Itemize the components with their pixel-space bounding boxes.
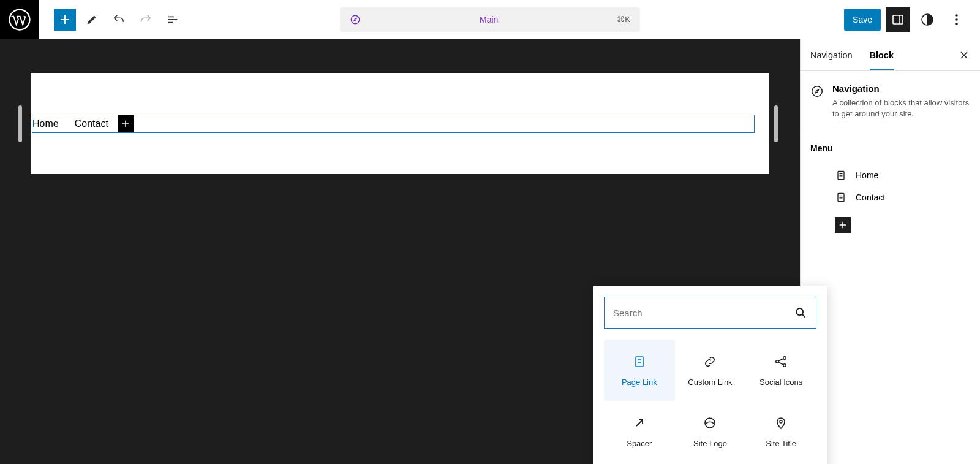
command-palette-button[interactable]: Main ⌘K (340, 7, 640, 32)
nav-add-block-button[interactable] (118, 115, 134, 132)
inserter-item-label: Social Icons (760, 378, 802, 387)
menu-section: Menu Home Contact (801, 132, 980, 244)
editor-canvas[interactable]: Home Contact Page Link (0, 39, 800, 464)
svg-point-19 (780, 420, 782, 423)
block-title: Navigation (832, 83, 970, 94)
edit-tool-button[interactable] (81, 9, 103, 31)
svg-point-8 (796, 308, 803, 315)
page-icon (835, 191, 847, 203)
inserter-item-custom-link[interactable]: Custom Link (675, 340, 746, 401)
svg-line-9 (802, 314, 805, 318)
menu-add-button[interactable] (835, 217, 851, 233)
block-inserter-button[interactable] (54, 9, 76, 31)
wordpress-logo[interactable] (0, 0, 39, 39)
inserter-item-site-logo[interactable]: Site Logo (675, 401, 746, 462)
menu-heading: Menu (810, 143, 970, 153)
redo-button[interactable] (135, 9, 157, 31)
search-input[interactable] (613, 308, 794, 318)
map-pin-icon (774, 416, 788, 430)
template-canvas[interactable]: Home Contact (31, 73, 769, 174)
inserter-item-label: Site Logo (693, 439, 727, 448)
inserter-item-page-link[interactable]: Page Link (604, 340, 675, 401)
navigation-block[interactable]: Home Contact (32, 115, 755, 133)
search-icon (794, 306, 807, 319)
custom-link-icon (703, 354, 717, 369)
svg-point-7 (956, 23, 958, 25)
svg-rect-24 (838, 194, 844, 202)
inserter-search-field[interactable] (604, 297, 816, 329)
command-palette-shortcut: ⌘K (617, 15, 630, 24)
svg-rect-2 (893, 15, 903, 24)
svg-point-5 (956, 14, 958, 17)
close-sidebar-button[interactable] (958, 49, 970, 61)
spacer-icon (632, 416, 647, 430)
inserter-item-label: Spacer (627, 439, 652, 448)
toolbar-right-group: Save (844, 7, 980, 32)
block-inserter-popover: Page Link Custom Link Social Icons Space… (593, 286, 827, 464)
svg-point-15 (783, 363, 786, 366)
svg-line-17 (778, 362, 783, 365)
page-icon (835, 169, 847, 181)
tab-navigation[interactable]: Navigation (810, 42, 853, 69)
svg-point-14 (783, 356, 786, 359)
inserter-item-label: Site Title (766, 439, 796, 448)
resize-handle-left[interactable] (18, 105, 22, 142)
settings-sidebar-toggle[interactable] (886, 7, 910, 32)
options-menu-button[interactable] (944, 7, 969, 32)
inserter-item-social-icons[interactable]: Social Icons (745, 340, 816, 401)
block-description: A collection of blocks that allow visito… (832, 97, 970, 120)
block-info-panel: Navigation A collection of blocks that a… (801, 71, 980, 132)
svg-point-20 (812, 86, 823, 97)
svg-line-16 (778, 359, 783, 361)
compass-icon (350, 14, 361, 25)
command-palette-label: Main (366, 15, 612, 25)
sidebar-tabs: Navigation Block (801, 39, 980, 71)
menu-item-label: Home (856, 170, 878, 180)
plus-icon (837, 219, 848, 230)
top-toolbar: Main ⌘K Save (0, 0, 980, 39)
nav-item[interactable]: Home (32, 118, 67, 129)
inserter-item-label: Page Link (622, 378, 657, 387)
svg-point-6 (956, 18, 958, 21)
nav-item[interactable]: Contact (67, 118, 116, 129)
inserter-item-label: Custom Link (688, 378, 732, 387)
site-logo-icon (703, 416, 717, 430)
menu-item-label: Contact (856, 192, 885, 202)
page-link-icon (632, 354, 647, 369)
resize-handle-right[interactable] (774, 105, 778, 142)
inserter-item-spacer[interactable]: Spacer (604, 401, 675, 462)
compass-icon (810, 85, 824, 120)
svg-point-1 (351, 15, 360, 24)
svg-rect-10 (636, 357, 643, 367)
menu-item[interactable]: Contact (810, 186, 970, 208)
svg-rect-21 (838, 172, 844, 180)
inserter-item-site-title[interactable]: Site Title (745, 401, 816, 462)
undo-button[interactable] (108, 9, 130, 31)
close-icon (958, 49, 970, 61)
svg-point-13 (776, 360, 778, 362)
styles-toggle[interactable] (915, 7, 940, 32)
save-button[interactable]: Save (844, 9, 881, 31)
svg-point-0 (10, 9, 30, 29)
toolbar-left-group (39, 9, 184, 31)
inserter-grid: Page Link Custom Link Social Icons Space… (593, 340, 827, 464)
document-overview-button[interactable] (162, 9, 184, 31)
share-icon (774, 354, 788, 369)
menu-item[interactable]: Home (810, 164, 970, 186)
tab-block[interactable]: Block (870, 40, 894, 70)
